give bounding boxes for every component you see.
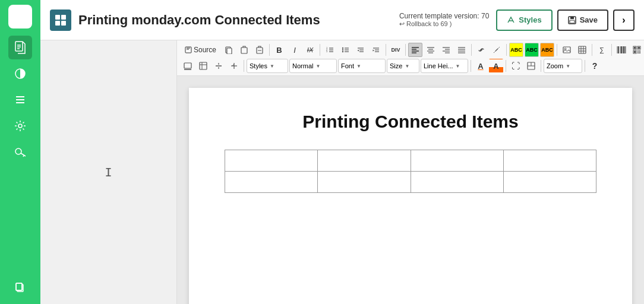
unordered-list-button[interactable] (338, 43, 352, 57)
toolbar-row-1: Source (181, 43, 640, 57)
app-icon (50, 10, 71, 31)
highlight-yellow-button[interactable]: ABC (509, 43, 523, 57)
svg-rect-23 (570, 17, 574, 19)
styles-button[interactable]: Styles (496, 10, 552, 31)
table-insert-button[interactable] (575, 43, 589, 57)
table-cell[interactable] (225, 172, 318, 193)
separator-3 (386, 44, 386, 56)
page-title: Printing monday.com Connected Items (78, 12, 392, 28)
sidebar-logo[interactable] (8, 5, 32, 28)
sidebar-item-copy[interactable] (8, 276, 32, 299)
svg-point-44 (342, 51, 343, 52)
fullscreen-button[interactable]: ⛶ (509, 59, 523, 73)
paragraph-dropdown-label: Normal (292, 62, 313, 69)
border-none-button[interactable] (211, 59, 226, 73)
more-button[interactable]: › (613, 10, 634, 31)
strikethrough-button[interactable]: IX (303, 43, 317, 57)
sidebar-item-settings[interactable] (8, 114, 32, 138)
svg-rect-92 (639, 52, 640, 53)
align-left-button[interactable] (408, 43, 422, 57)
qr-button[interactable] (630, 43, 644, 57)
div-block-button[interactable]: DIV (389, 43, 403, 57)
toolbar: Source (177, 40, 644, 76)
svg-rect-88 (634, 51, 636, 53)
version-info: Current template version: 70 ↩ Rollback … (399, 12, 489, 28)
highlight-green-button[interactable]: ABC (525, 43, 539, 57)
table-row (225, 172, 596, 193)
align-center-button[interactable] (424, 43, 438, 57)
lineheight-dropdown-label: Line Hei... (424, 62, 453, 69)
table-format-button[interactable] (196, 59, 210, 73)
unlink-button[interactable] (490, 43, 504, 57)
table-cell[interactable] (318, 172, 411, 193)
table-cell[interactable] (225, 150, 318, 172)
separator-row2-2 (471, 60, 471, 72)
lineheight-dropdown[interactable]: Line Hei... ▼ (421, 59, 468, 73)
blocks-button[interactable] (524, 59, 538, 73)
ordered-list-button[interactable]: 1 2 3 (323, 43, 337, 57)
styles-dropdown[interactable]: Styles ▼ (247, 59, 288, 73)
separator-2 (320, 44, 320, 56)
separator-row2-4 (541, 60, 541, 72)
svg-rect-15 (16, 283, 22, 290)
separator-9 (611, 44, 612, 56)
svg-rect-95 (200, 62, 207, 69)
help-button[interactable]: ? (588, 59, 602, 73)
bg-color-button[interactable]: A (489, 59, 503, 73)
size-dropdown[interactable]: Size ▼ (387, 59, 419, 73)
sidebar-item-document[interactable] (8, 36, 32, 59)
rollback-label[interactable]: ↩ Rollback to 69 ) (399, 20, 452, 28)
table-cell[interactable] (503, 150, 596, 172)
source-label: Source (194, 46, 216, 54)
data-table[interactable] (225, 150, 596, 193)
separator-row2-1 (244, 60, 244, 72)
source-button[interactable]: Source (181, 43, 220, 57)
border-all-button[interactable] (227, 59, 241, 73)
image-button[interactable] (560, 43, 574, 57)
align-justify-button[interactable] (454, 43, 469, 57)
sidebar-item-contrast[interactable] (8, 62, 32, 86)
table-cell[interactable] (503, 172, 596, 193)
editor-canvas[interactable]: Printing Connected Items (177, 76, 644, 304)
font-color-button[interactable]: A (473, 59, 488, 73)
align-right-button[interactable] (439, 43, 453, 57)
highlight-orange-button[interactable]: ABC (540, 43, 554, 57)
svg-rect-93 (184, 63, 191, 68)
svg-point-12 (18, 124, 22, 128)
sidebar-item-key[interactable] (8, 140, 32, 164)
special-chars-button[interactable]: ∑ (595, 43, 609, 57)
main-area: Printing monday.com Connected Items Curr… (40, 0, 644, 304)
svg-text:3: 3 (326, 50, 328, 53)
separator-row2-3 (506, 60, 506, 72)
font-dropdown-label: Font (341, 62, 354, 69)
paste-plain-button[interactable] (252, 43, 267, 57)
sidebar-item-list[interactable] (8, 88, 32, 112)
table-cell[interactable] (411, 172, 503, 193)
editor-area: Source (177, 40, 644, 304)
svg-rect-29 (227, 48, 232, 54)
content-area: I Source (40, 40, 644, 304)
separator-8 (592, 44, 592, 56)
left-panel: I (40, 40, 177, 304)
lineheight-dropdown-arrow: ▼ (456, 64, 460, 69)
document-title: Printing Connected Items (225, 112, 596, 132)
copy-format-button[interactable] (222, 43, 236, 57)
font-dropdown-arrow: ▼ (356, 64, 361, 69)
table-cell[interactable] (318, 150, 411, 172)
paragraph-dropdown[interactable]: Normal ▼ (289, 59, 337, 73)
svg-rect-89 (637, 50, 639, 52)
indent-button[interactable] (369, 43, 383, 57)
paste-button[interactable] (237, 43, 251, 57)
separator-5 (471, 44, 472, 56)
svg-rect-91 (637, 52, 639, 53)
zoom-dropdown[interactable]: Zoom ▼ (544, 59, 582, 73)
italic-button[interactable]: I (288, 43, 302, 57)
outdent-button[interactable] (353, 43, 368, 57)
table-cell[interactable] (411, 150, 503, 172)
link-button[interactable] (474, 43, 488, 57)
barcode-button[interactable] (614, 43, 629, 57)
bold-button[interactable]: B (272, 43, 286, 57)
image-bottom-button[interactable] (181, 59, 195, 73)
font-dropdown[interactable]: Font ▼ (338, 59, 386, 73)
save-button[interactable]: Save (557, 10, 608, 31)
